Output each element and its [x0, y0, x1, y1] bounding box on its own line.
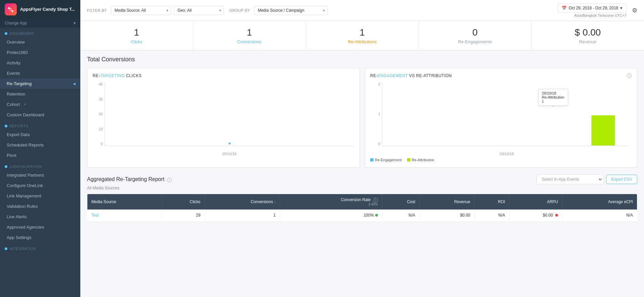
th-cost: Cost: [382, 194, 419, 210]
sidebar-item-configure-onelink[interactable]: Configure OneLink: [0, 180, 80, 191]
left-chart-title: RE-TARGETING CLICKS: [93, 73, 354, 78]
re-engagement-chart: RE-ENGAGEMENT VS RE-ATTRIBUTION i 2 1 0 …: [365, 68, 637, 168]
conversion-rate-info-icon[interactable]: i: [373, 198, 378, 202]
media-source-link[interactable]: Test: [91, 213, 99, 218]
re-attributions-label: Re-Attributions: [348, 39, 377, 44]
red-status-dot: [555, 214, 558, 217]
left-chart-yaxis: 40 30 20 10 0: [93, 82, 103, 146]
sort-icon: ↓: [274, 200, 276, 204]
sidebar-item-re-targeting[interactable]: Re-Targeting ◀: [0, 78, 80, 89]
green-status-dot: [375, 214, 378, 217]
sidebar-arrow-icon: ◀: [73, 82, 76, 85]
th-avg-ecpi: Average eCPI: [562, 194, 637, 210]
sidebar-item-custom-dashboard[interactable]: Custom Dashboard: [0, 110, 80, 120]
re-targeting-clicks-chart: RE-TARGETING CLICKS 40 30 20 10 0 29/10/…: [87, 68, 360, 168]
chevron-down-icon: ▾: [620, 6, 622, 10]
cell-media-source: Test: [87, 210, 162, 221]
report-info-icon[interactable]: i: [167, 178, 172, 182]
date-range-picker[interactable]: 📅 Oct 29, 2018 - Oct 29, 2018 ▾: [557, 3, 627, 13]
sidebar-item-events[interactable]: Events: [0, 68, 80, 78]
report-title: Aggregated Re-Targeting Report: [87, 176, 164, 182]
sidebar-item-cohort[interactable]: Cohort ↗: [0, 99, 80, 110]
chevron-down-icon: ▾: [74, 21, 76, 25]
date-range-value: Oct 29, 2018 - Oct 29, 2018: [569, 6, 618, 10]
right-chart-yaxis: 2 1 0: [370, 82, 380, 146]
sidebar: 🍬 AppsFlyer Candy Shop T... Change App ▾…: [0, 0, 80, 297]
stats-row: 1 Clicks 1 Conversions 1 Re-Attributions…: [80, 21, 644, 51]
app-name: AppsFlyer Candy Shop T...: [20, 7, 75, 12]
left-chart-area: 40 30 20 10 0 29/10/18: [93, 82, 354, 156]
legend-dot-re-attribution: [407, 158, 410, 162]
legend-re-attribution: Re-Attribution: [407, 158, 434, 162]
group-by-filter-wrapper: Media Source / Campaign: [254, 6, 328, 15]
calendar-icon: 📅: [562, 6, 567, 10]
content-area: Total Conversions RE-TARGETING CLICKS 40…: [80, 51, 644, 297]
cell-revenue: $0.00: [419, 210, 474, 221]
data-point: [229, 142, 231, 144]
app-icon: 🍬: [5, 3, 17, 15]
cell-clicks: 29: [162, 210, 205, 221]
sidebar-section-configuration: Configuration: [0, 161, 80, 170]
legend-re-engagement: Re-Engagement: [370, 158, 402, 162]
charts-row: RE-TARGETING CLICKS 40 30 20 10 0 29/10/…: [87, 68, 637, 168]
right-chart-bars: 29/10/18 Re-Attribution 1: [382, 82, 628, 146]
sidebar-item-activity[interactable]: Activity: [0, 58, 80, 68]
report-subtitle: All Media Sources: [87, 186, 637, 190]
sidebar-section-reports: Reports: [0, 120, 80, 129]
tooltip-date: 29/10/18: [542, 91, 564, 95]
sidebar-item-approved-agencies[interactable]: Approved Agencies: [0, 222, 80, 232]
timezone-label: Asia/Bangkok Timezone UTC+7: [574, 13, 627, 17]
sidebar-item-validation-rules[interactable]: Validation Rules: [0, 201, 80, 212]
th-clicks: Clicks: [162, 194, 205, 210]
stat-re-attributions: 1 Re-Attributions: [306, 21, 419, 50]
sidebar-header: 🍬 AppsFlyer Candy Shop T...: [0, 0, 80, 19]
in-app-events-wrapper: Select In-App Events: [537, 174, 603, 184]
sidebar-item-scheduled-reports[interactable]: Scheduled Reports: [0, 140, 80, 150]
conversions-value: 1: [247, 27, 252, 38]
sidebar-item-protect360[interactable]: Protect360: [0, 47, 80, 58]
stat-clicks: 1 Clicks: [80, 21, 193, 50]
th-arpu: ARPU: [509, 194, 562, 210]
report-table: Media Source Clicks Conversions ↓ Conver…: [87, 194, 637, 221]
group-by-filter[interactable]: Media Source / Campaign: [254, 6, 328, 15]
media-source-filter[interactable]: Media Source: All: [111, 6, 171, 15]
report-section: Aggregated Re-Targeting Report i Select …: [87, 174, 637, 221]
geo-filter[interactable]: Geo: All: [174, 6, 224, 15]
sidebar-item-live-alerts[interactable]: Live Alerts: [0, 212, 80, 222]
change-app-button[interactable]: Change App ▾: [0, 19, 80, 27]
conversions-label: Conversions: [237, 39, 261, 44]
chart-info-icon[interactable]: i: [627, 73, 632, 78]
sidebar-item-retention[interactable]: Retention: [0, 89, 80, 99]
section-dot: [5, 32, 7, 35]
filter-settings-button[interactable]: ⚙: [632, 7, 637, 14]
cell-cost: N/A: [382, 210, 419, 221]
sidebar-item-integrated-partners[interactable]: Integrated Partners: [0, 170, 80, 180]
tooltip-label: Re-Attribution: [542, 95, 564, 99]
chart-legend: Re-Engagement Re-Attribution: [370, 158, 632, 162]
right-chart-area: 2 1 0 29/10/18 Re-Attribution 1: [370, 82, 632, 156]
re-attributions-value: 1: [359, 27, 365, 38]
sidebar-item-app-settings[interactable]: App Settings: [0, 232, 80, 243]
left-chart-xlabel: 29/10/18: [104, 152, 354, 156]
export-csv-button[interactable]: Export CSV: [606, 175, 637, 184]
th-media-source: Media Source: [87, 194, 162, 210]
th-roi: ROI: [474, 194, 509, 210]
left-chart-plot: [104, 82, 354, 146]
stat-conversions: 1 Conversions: [193, 21, 306, 50]
cell-conversion-rate: 100%: [280, 210, 382, 221]
legend-dot-re-engagement: [370, 158, 374, 162]
sidebar-item-link-management[interactable]: Link Management: [0, 191, 80, 201]
sidebar-item-overview[interactable]: Overview: [0, 37, 80, 47]
in-app-events-select[interactable]: Select In-App Events: [537, 174, 603, 184]
clicks-label: Clicks: [131, 39, 143, 44]
th-conversions: Conversions ↓: [205, 194, 280, 210]
stat-re-engagements: 0 Re-Engagements: [419, 21, 532, 50]
tooltip-value: 1: [542, 99, 564, 103]
report-header: Aggregated Re-Targeting Report i Select …: [87, 174, 637, 184]
report-controls: Select In-App Events Export CSV: [537, 174, 637, 184]
cell-arpu: $0.00: [509, 210, 562, 221]
section-dot: [5, 247, 7, 250]
sidebar-item-pivot[interactable]: Pivot: [0, 150, 80, 161]
right-chart-xlabel: 29/10/18: [382, 152, 632, 156]
sidebar-item-export-data[interactable]: Export Data: [0, 129, 80, 140]
